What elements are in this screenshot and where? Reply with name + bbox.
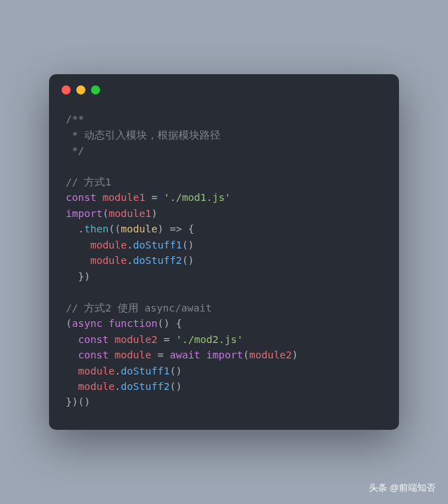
kw-import: import bbox=[66, 208, 102, 219]
comment-method1: // 方式1 bbox=[66, 176, 111, 188]
empty-call: () bbox=[182, 239, 194, 251]
kw-const: const bbox=[66, 192, 97, 203]
kw-function: function bbox=[108, 318, 158, 329]
dot3: . bbox=[127, 255, 133, 266]
comment-block-line: * 动态引入模块，根据模块路径 bbox=[66, 130, 220, 141]
dot2: . bbox=[127, 239, 133, 251]
fn-anon: () { bbox=[158, 318, 182, 329]
str-mod1: './mod1.js' bbox=[164, 192, 231, 203]
paren-close2: ) bbox=[158, 223, 164, 234]
comment-block-open: /** bbox=[66, 113, 84, 125]
kw-const2: const bbox=[78, 334, 108, 345]
arg-module2: module2 bbox=[249, 349, 292, 360]
indent bbox=[66, 271, 78, 282]
minimize-icon[interactable] bbox=[76, 85, 85, 94]
param-module: module bbox=[121, 223, 158, 234]
comment-block-close: */ bbox=[66, 145, 84, 156]
var-module: module bbox=[115, 349, 151, 360]
dot: . bbox=[78, 223, 84, 234]
code-block: /** * 动态引入模块，根据模块路径 */ // 方式1 const modu… bbox=[49, 94, 399, 430]
empty-call3: () bbox=[169, 365, 181, 377]
brace-close: }) bbox=[78, 271, 90, 282]
paren-open3: ( bbox=[115, 223, 121, 234]
op-eq3: = bbox=[151, 349, 169, 360]
indent bbox=[66, 365, 78, 377]
str-mod2: './mod2.js' bbox=[176, 334, 243, 345]
indent bbox=[66, 381, 78, 392]
window-titlebar bbox=[49, 74, 399, 94]
close-icon[interactable] bbox=[62, 85, 71, 94]
dot5: . bbox=[115, 381, 121, 392]
indent bbox=[66, 239, 90, 251]
arg-module1: module1 bbox=[108, 208, 151, 219]
paren-close: ) bbox=[151, 208, 158, 219]
obj-module4: module bbox=[78, 381, 114, 392]
indent bbox=[66, 255, 90, 266]
paren-open5: ( bbox=[243, 349, 249, 360]
call-dostuff1: doStuff1 bbox=[133, 239, 182, 251]
call-dostuff1b: doStuff1 bbox=[121, 365, 170, 377]
var-module2: module2 bbox=[115, 334, 158, 345]
fn-then: then bbox=[84, 223, 108, 234]
empty-call2: () bbox=[182, 255, 194, 266]
paren-close3: ) bbox=[292, 349, 298, 360]
maximize-icon[interactable] bbox=[91, 85, 100, 94]
empty-call4: () bbox=[169, 381, 181, 392]
kw-import2: import bbox=[206, 349, 243, 360]
kw-async: async bbox=[72, 318, 103, 329]
op-eq2: = bbox=[158, 334, 176, 345]
obj-module: module bbox=[90, 239, 127, 251]
code-window: /** * 动态引入模块，根据模块路径 */ // 方式1 const modu… bbox=[49, 74, 399, 430]
comment-method2: // 方式2 使用 async/await bbox=[66, 302, 211, 314]
call-dostuff2b: doStuff2 bbox=[121, 381, 170, 392]
indent bbox=[66, 349, 78, 360]
var-module1: module1 bbox=[102, 192, 145, 203]
call-dostuff2: doStuff2 bbox=[133, 255, 182, 266]
paren-open2: ( bbox=[108, 223, 115, 234]
indent bbox=[66, 223, 78, 234]
iife-close: })() bbox=[66, 396, 90, 407]
obj-module3: module bbox=[78, 365, 114, 377]
obj-module2: module bbox=[90, 255, 127, 266]
op-eq: = bbox=[146, 192, 164, 203]
watermark-text: 头条 @前端知否 bbox=[369, 482, 435, 494]
indent bbox=[66, 334, 78, 345]
dot4: . bbox=[115, 365, 121, 377]
kw-const3: const bbox=[78, 349, 108, 360]
paren-open: ( bbox=[102, 208, 108, 219]
kw-await: await bbox=[169, 349, 200, 360]
paren-open4: ( bbox=[66, 318, 72, 329]
arrow: => { bbox=[164, 223, 195, 234]
